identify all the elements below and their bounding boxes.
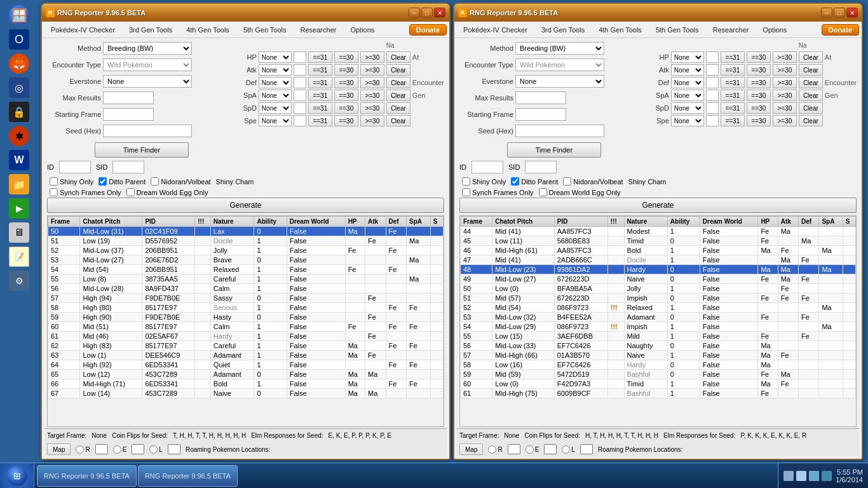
desktop-icon-misc[interactable]: ⚙ — [4, 271, 34, 291]
results-table-1[interactable]: Frame Chatot Pitch PID !!! Nature Abilit… — [47, 215, 444, 427]
iv-eq31-spa-2[interactable]: ==31 — [721, 90, 745, 101]
shiny-only-input-2[interactable] — [462, 177, 470, 186]
menu-3rdgen-1[interactable]: 3rd Gen Tools — [123, 25, 179, 35]
iv-clear-atk-2[interactable]: Clear — [799, 64, 823, 76]
nidoran-check-1[interactable]: Nidoran/Volbeat — [151, 177, 210, 186]
table-row[interactable]: 64High (92)6ED53341Quiet1FalseFeFe — [48, 360, 444, 370]
iv-eq30-def-2[interactable]: ==30 — [747, 77, 771, 88]
table-row[interactable]: 57Mid-High (66)01A3B570Naive1FalseMaFe — [461, 351, 856, 360]
table-row[interactable]: 65Low (12)453C7289Adamant0FalseMaMa — [48, 370, 444, 379]
table-row[interactable]: 54Mid-Low (29)086F9723!!!Impish1FalseMa — [461, 322, 856, 332]
table-row[interactable]: 59High (90)F9DE7B0EHasty0FalseFe — [48, 313, 444, 322]
table-row[interactable]: 47Mid (41)2ADB666CDocile1FalseMaFe — [461, 255, 856, 265]
iv-blank-spe-2[interactable] — [706, 115, 719, 126]
table-row[interactable]: 60Low (0)F42D97A3Timid1FalseMaFe — [461, 379, 856, 389]
iv-select-atk-1[interactable]: None — [259, 64, 292, 76]
iv-ge30-atk-1[interactable]: >=30 — [360, 64, 384, 76]
table-row[interactable]: 55Low (8)38735AA5Careful1FalseMa — [48, 274, 444, 284]
table-row[interactable]: 54Mid (54)206BB951Relaxed1FalseFeFe — [48, 265, 444, 274]
tray-icon-1[interactable] — [783, 471, 794, 481]
iv-eq30-spa-1[interactable]: ==30 — [334, 90, 358, 101]
timefinder-btn-2[interactable]: Time Finder — [507, 142, 601, 158]
table-row[interactable]: 60Mid (51)85177E97Calm1FalseFeFeFe — [48, 322, 444, 332]
table-row[interactable]: 53Mid-Low (32)B4FEE52AAdamant0FalseFeFe — [461, 313, 856, 322]
iv-ge30-spa-2[interactable]: >=30 — [773, 90, 797, 101]
menu-3rdgen-2[interactable]: 3rd Gen Tools — [535, 25, 591, 35]
iv-blank-atk-1[interactable] — [294, 64, 306, 76]
nidoran-input-2[interactable] — [563, 177, 571, 186]
menu-researcher-2[interactable]: Researcher — [707, 25, 756, 35]
tray-icon-4[interactable] — [822, 471, 832, 481]
iv-clear-spe-1[interactable]: Clear — [386, 115, 410, 126]
iv-clear-spa-2[interactable]: Clear — [799, 90, 823, 101]
table-row[interactable]: 57High (94)F9DE7B0ESassy0FalseFe — [48, 294, 444, 303]
maximize-btn-2[interactable]: □ — [834, 8, 845, 18]
radio-l-1[interactable]: L — [149, 445, 163, 454]
iv-blank-atk-2[interactable] — [706, 64, 719, 76]
table-row[interactable]: 53Mid-Low (27)206E76D2Brave0FalseMa — [48, 255, 444, 265]
startframe-input-1[interactable]: 49 — [103, 108, 154, 121]
iv-eq30-spe-2[interactable]: ==30 — [747, 115, 771, 126]
dreamworld-input-1[interactable] — [126, 188, 135, 196]
iv-eq31-atk-2[interactable]: ==31 — [721, 64, 745, 76]
iv-select-spe-1[interactable]: None — [259, 115, 292, 126]
iv-eq31-def-1[interactable]: ==31 — [308, 77, 332, 88]
menu-options-1[interactable]: Options — [344, 25, 381, 35]
table-row[interactable]: 61Mid (46)02E5AF67Hardy1FalseFe — [48, 332, 444, 341]
iv-select-atk-2[interactable]: None — [671, 64, 704, 76]
table-row[interactable]: 56Mid-Low (33)EF7C6426Naughty0FalseMa — [461, 341, 856, 351]
donate-btn-2[interactable]: Donate — [822, 24, 859, 36]
ditto-parent-check-1[interactable]: Ditto Parent — [98, 177, 146, 186]
iv-ge30-hp-2[interactable]: >=30 — [773, 51, 797, 63]
iv-ge30-spd-1[interactable]: >=30 — [360, 102, 384, 114]
minimize-btn-2[interactable]: ─ — [821, 8, 832, 18]
table-row[interactable]: 56Mid-Low (28)8A9FD437Calm1False — [48, 284, 444, 294]
iv-eq31-spd-1[interactable]: ==31 — [308, 102, 332, 114]
iv-clear-spd-2[interactable]: Clear — [799, 102, 823, 114]
table-row[interactable]: 52Mid-Low (37)206BB951Jolly1FalseFeFe — [48, 246, 444, 255]
results-table-2[interactable]: Frame Chatot Pitch PID !!! Nature Abilit… — [459, 215, 857, 427]
roam-l-input-2[interactable] — [580, 444, 593, 454]
sid-input-2[interactable]: 33424 — [525, 161, 557, 173]
iv-ge30-spe-1[interactable]: >=30 — [360, 115, 384, 126]
radio-e-1[interactable]: E — [113, 445, 127, 454]
iv-clear-spd-1[interactable]: Clear — [386, 102, 410, 114]
seed-input-2[interactable]: D0A3ED17F2D5AE5E — [515, 125, 604, 137]
iv-clear-hp-1[interactable]: Clear — [386, 51, 410, 63]
sid-input-1[interactable]: 33424 — [112, 161, 144, 173]
iv-eq31-spd-2[interactable]: ==31 — [721, 102, 745, 114]
id-input-2[interactable]: 7643_ — [471, 161, 503, 173]
menu-pokedex-2[interactable]: Pokédex-IV Checker — [457, 25, 534, 35]
dreamworld-check-1[interactable]: Dream World Egg Only — [126, 188, 208, 196]
desktop-icon-notepad[interactable]: 📝 — [4, 247, 34, 267]
encounter-select-2[interactable]: Wild Pokémon — [515, 58, 604, 71]
synch-check-2[interactable]: Synch Frames Only — [462, 188, 534, 196]
iv-eq31-spe-2[interactable]: ==31 — [721, 115, 745, 126]
desktop-icon-unknown1[interactable]: ◎ — [4, 78, 34, 98]
radio-e-2[interactable]: E — [526, 445, 539, 454]
roam-l-input-1[interactable] — [168, 444, 180, 454]
iv-eq31-hp-1[interactable]: ==31 — [308, 51, 332, 63]
table-row[interactable]: 49Mid-Low (27)6726223DNaive0FalseFeMaFe — [461, 274, 856, 284]
menu-4thgen-1[interactable]: 4th Gen Tools — [180, 25, 236, 35]
synch-input-2[interactable] — [462, 188, 470, 196]
table-row[interactable]: 66Mid-High (71)6ED53341Bold1FalseMaFeFe — [48, 379, 444, 389]
radio-r-1[interactable]: R — [76, 445, 90, 454]
iv-clear-hp-2[interactable]: Clear — [799, 51, 823, 63]
ditto-parent-check-2[interactable]: Ditto Parent — [511, 177, 558, 186]
iv-clear-def-1[interactable]: Clear — [386, 77, 410, 88]
table-row[interactable]: 58Low (16)EF7C6426Hardy0FalseMa — [461, 360, 856, 370]
iv-clear-atk-1[interactable]: Clear — [386, 64, 410, 76]
iv-clear-spa-1[interactable]: Clear — [386, 90, 410, 101]
map-btn-2[interactable]: Map — [459, 444, 483, 455]
dreamworld-check-2[interactable]: Dream World Egg Only — [539, 188, 621, 196]
desktop-icon-outlook[interactable]: O — [4, 29, 34, 50]
method-select-2[interactable]: Breeding (BW) — [515, 42, 604, 55]
method-select-1[interactable]: Breeding (BW) — [103, 42, 192, 55]
startframe-input-2[interactable]: 44 — [515, 108, 566, 121]
encounter-select-1[interactable]: Wild Pokémon — [103, 58, 192, 71]
table-row[interactable]: 55Low (15)3AEF6DBBMild1FalseFeFe — [461, 332, 856, 341]
menu-4thgen-2[interactable]: 4th Gen Tools — [592, 25, 648, 35]
iv-eq30-spe-1[interactable]: ==30 — [334, 115, 358, 126]
menu-researcher-1[interactable]: Researcher — [294, 25, 343, 35]
